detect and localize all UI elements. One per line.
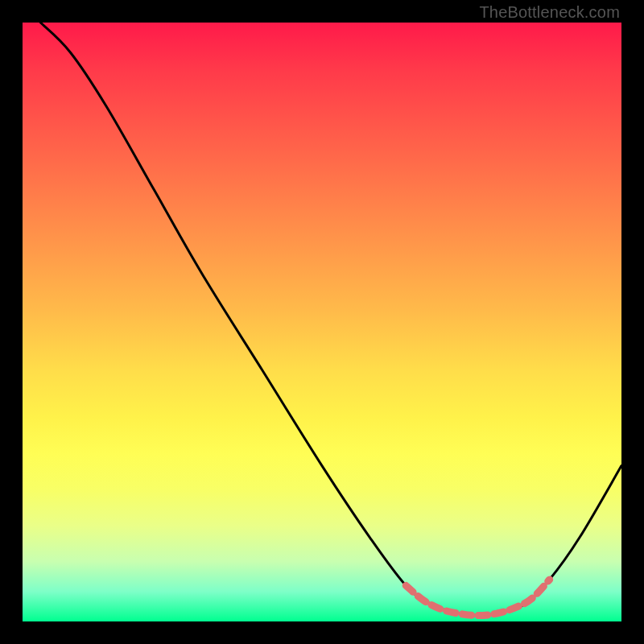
- optimal-region-dashes: [406, 580, 550, 616]
- curve-svg: [23, 23, 621, 621]
- plot-area: [23, 23, 621, 621]
- bottleneck-curve: [40, 23, 621, 616]
- chart-container: TheBottleneck.com: [0, 0, 644, 644]
- watermark-text: TheBottleneck.com: [479, 3, 620, 22]
